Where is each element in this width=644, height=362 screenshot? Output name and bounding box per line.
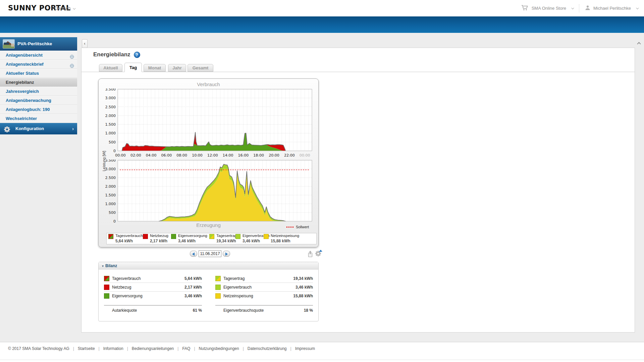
export-icon[interactable] bbox=[307, 250, 314, 259]
netzbezug-swatch-icon bbox=[104, 285, 109, 290]
footer-link-faq[interactable]: FAQ bbox=[182, 346, 190, 351]
row-label: Tagesertrag bbox=[223, 276, 245, 281]
svg-text:0: 0 bbox=[113, 149, 116, 153]
separator: | bbox=[99, 346, 100, 351]
row-value: 15,88 kWh bbox=[293, 294, 313, 298]
next-day-button[interactable] bbox=[223, 251, 230, 257]
divider bbox=[579, 4, 579, 12]
tab-jahr[interactable]: Jahr bbox=[168, 64, 186, 72]
caret-up-icon bbox=[319, 250, 322, 252]
svg-text:2.500: 2.500 bbox=[105, 176, 116, 180]
bilanz-header[interactable]: ▾Bilanz bbox=[99, 262, 318, 269]
tab-gesamt[interactable]: Gesamt bbox=[187, 64, 213, 72]
table-row: Netzeinspeisung 15,88 kWh bbox=[215, 292, 313, 300]
sidebar-item-label: Anlagenübersicht bbox=[6, 53, 43, 58]
bottom-rule bbox=[0, 360, 644, 360]
footer-link-impressum[interactable]: Impressum bbox=[295, 346, 315, 351]
table-row: Tagesverbrauch 5,64 kWh bbox=[104, 274, 202, 283]
caret-down-icon: ▾ bbox=[102, 264, 104, 268]
plant-header[interactable]: PVA-Perlitschke bbox=[0, 37, 77, 51]
row-label: Autarkiequote bbox=[112, 308, 137, 313]
scroll-top-button[interactable] bbox=[636, 41, 642, 47]
date-input[interactable] bbox=[199, 250, 221, 257]
svg-text:04:00: 04:00 bbox=[146, 153, 157, 158]
sidebar-item-konfiguration[interactable]: Konfiguration › bbox=[0, 123, 77, 134]
bilanz-left-column: Tagesverbrauch 5,64 kWh Netzbezug 2,17 k… bbox=[104, 274, 202, 315]
row-label: Eigenversorgung bbox=[112, 294, 143, 298]
tagesverbrauch-swatch-icon bbox=[108, 234, 113, 239]
legend-value: 5,64 kWh bbox=[115, 239, 133, 243]
bilanz-title: Bilanz bbox=[105, 263, 117, 268]
svg-text:00:00: 00:00 bbox=[300, 153, 310, 158]
sollwert-dashes-icon bbox=[286, 227, 294, 228]
settings-gear-icon[interactable] bbox=[315, 250, 321, 258]
row-value: 19,34 kWh bbox=[293, 276, 313, 281]
gear-icon bbox=[4, 125, 10, 137]
previous-day-button[interactable] bbox=[190, 251, 197, 257]
row-label: Netzeinspeisung bbox=[223, 294, 253, 298]
sma-online-store-menu[interactable]: SMA Online Store bbox=[532, 6, 566, 11]
sidebar-item-energiebilanz[interactable]: Energiebilanz bbox=[0, 78, 77, 87]
sidebar-item-anlagenuebersicht[interactable]: Anlagenübersicht bbox=[0, 51, 77, 60]
chart-legend: Tagesverbrauch 5,64 kWh Netzbezug 2,17 k… bbox=[106, 233, 317, 244]
legend-value: 2,17 kWh bbox=[150, 239, 167, 243]
svg-text:3.500: 3.500 bbox=[105, 160, 116, 163]
legend-value: 3,46 kWh bbox=[178, 239, 196, 243]
eigenverbrauch-swatch-icon bbox=[235, 234, 240, 239]
sidebar-item-wechselrichter[interactable]: Wechselrichter bbox=[0, 114, 77, 123]
svg-text:2.500: 2.500 bbox=[105, 105, 116, 109]
arrow-left-icon bbox=[192, 252, 195, 256]
help-icon[interactable]: ? bbox=[134, 52, 140, 58]
sidebar-item-jahresvergleich[interactable]: Jahresvergleich bbox=[0, 87, 77, 96]
svg-text:10:00: 10:00 bbox=[192, 153, 203, 158]
user-menu[interactable]: Michael Perlitschke bbox=[593, 6, 631, 11]
konfiguration-label: Konfiguration bbox=[15, 123, 44, 134]
legend-label: Tagesverbrauch bbox=[115, 234, 143, 238]
row-value: 2,17 kWh bbox=[184, 285, 202, 290]
tab-monat[interactable]: Monat bbox=[144, 64, 166, 72]
arrow-right-icon bbox=[225, 252, 228, 256]
separator: | bbox=[194, 346, 195, 351]
sidebar-item-aktueller-status[interactable]: Aktueller Status bbox=[0, 69, 77, 78]
legend-value: 3,46 kWh bbox=[243, 239, 260, 243]
row-label: Eigenverbrauch bbox=[223, 285, 252, 290]
table-row: Tagesertrag 19,34 kWh bbox=[215, 274, 313, 283]
energy-chart-card: Verbrauch 3.5003.0002.5002.0001.5001.000… bbox=[98, 78, 319, 247]
y-axis-label: Leistung [W] bbox=[102, 151, 106, 171]
tab-aktuell[interactable]: Aktuell bbox=[99, 64, 122, 72]
legend-label: Eigenversorgung bbox=[178, 234, 207, 238]
tab-tag[interactable]: Tag bbox=[124, 63, 142, 72]
legend-label: Netzeinspeisung bbox=[271, 234, 299, 238]
row-value: 18 % bbox=[304, 308, 313, 313]
svg-text:20:00: 20:00 bbox=[269, 153, 279, 158]
chevron-right-icon: › bbox=[72, 123, 74, 134]
eigenversorgung-swatch-icon bbox=[171, 234, 176, 239]
eigenversorgung-swatch-icon bbox=[104, 293, 109, 299]
footer-link-startseite[interactable]: Startseite bbox=[78, 346, 95, 351]
svg-text:08:00: 08:00 bbox=[176, 153, 187, 158]
footer-link-bedienungsanleitungen[interactable]: Bedienungsanleitungen bbox=[132, 346, 174, 351]
verbrauch-svg: 3.5003.0002.5002.0001.5001.000500000:000… bbox=[99, 88, 319, 160]
sidebar: PVA-Perlitschke Anlagenübersicht Anlagen… bbox=[0, 37, 77, 134]
svg-text:22:00: 22:00 bbox=[284, 153, 295, 158]
sidebar-item-anlagensteckbrief[interactable]: Anlagensteckbrief bbox=[0, 60, 77, 69]
date-navigation bbox=[82, 250, 336, 258]
legend-label: Netzbezug bbox=[150, 234, 168, 238]
tab-baseline bbox=[82, 72, 635, 72]
netzeinspeisung-swatch-icon bbox=[264, 234, 269, 239]
sidebar-item-label: Anlagenlogbuch: 190 bbox=[6, 107, 50, 112]
svg-text:1.000: 1.000 bbox=[105, 202, 116, 206]
separator: | bbox=[127, 346, 128, 351]
language-label: Deutsch bbox=[55, 6, 71, 11]
footer-link-nutzungsbedingungen[interactable]: Nutzungsbedingungen bbox=[199, 346, 239, 351]
collapse-sidebar-button[interactable]: ‹ bbox=[82, 39, 88, 48]
sidebar-item-anlagenueberwachung[interactable]: Anlagenüberwachung bbox=[0, 96, 77, 105]
sidebar-item-anlagenlogbuch[interactable]: Anlagenlogbuch: 190 bbox=[0, 105, 77, 114]
footer-link-information[interactable]: Information bbox=[103, 346, 123, 351]
footer-link-datenschutzerklaerung[interactable]: Datenschutzerklärung bbox=[248, 346, 287, 351]
content-panel: Energiebilanz ? Aktuell Tag Monat Jahr G… bbox=[81, 48, 635, 333]
plant-photo-thumbnail bbox=[3, 39, 15, 49]
language-selector[interactable]: Deutsch bbox=[55, 0, 75, 16]
chevron-up-icon bbox=[637, 42, 641, 46]
tagesertrag-swatch-icon bbox=[215, 276, 221, 281]
